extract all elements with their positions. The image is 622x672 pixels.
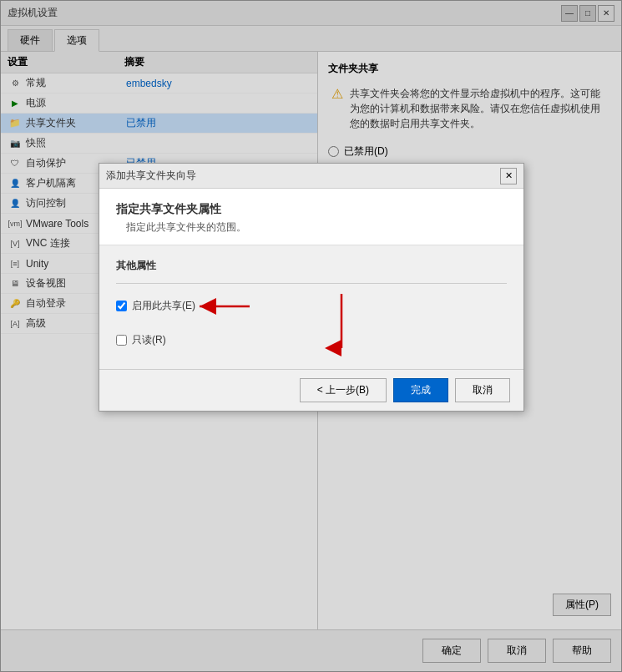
wizard-title: 添加共享文件夹向导: [106, 169, 196, 183]
divider-line: [116, 283, 507, 284]
arrow-horizontal-icon: [191, 294, 258, 319]
checkbox-item-readonly[interactable]: 只读(R): [116, 333, 507, 347]
wizard-back-button[interactable]: < 上一步(B): [300, 378, 387, 402]
checkbox-enable-label: 启用此共享(E): [132, 299, 195, 313]
checkbox-readonly[interactable]: [116, 335, 127, 346]
wizard-cancel-button[interactable]: 取消: [455, 378, 510, 402]
wizard-finish-button[interactable]: 完成: [393, 378, 448, 402]
wizard-section-title: 其他属性: [116, 259, 507, 273]
wizard-header-title: 指定共享文件夹属性: [116, 202, 507, 217]
checkbox-enable[interactable]: [116, 301, 127, 311]
wizard-footer: < 上一步(B) 完成 取消: [99, 369, 523, 411]
wizard-body: 其他属性 启用此共享(E) 只读(R): [99, 245, 523, 369]
wizard-header-subtitle: 指定此共享文件夹的范围。: [126, 220, 507, 235]
checkbox-item-enable[interactable]: 启用此共享(E): [116, 299, 507, 313]
arrow-vertical-icon: [325, 294, 358, 361]
wizard-title-bar: 添加共享文件夹向导 ✕: [99, 164, 523, 189]
wizard-header: 指定共享文件夹属性 指定此共享文件夹的范围。: [99, 189, 523, 245]
wizard-dialog: 添加共享文件夹向导 ✕ 指定共享文件夹属性 指定此共享文件夹的范围。 其他属性 …: [99, 163, 524, 412]
wizard-close-button[interactable]: ✕: [500, 168, 517, 184]
checkbox-readonly-label: 只读(R): [132, 333, 166, 347]
